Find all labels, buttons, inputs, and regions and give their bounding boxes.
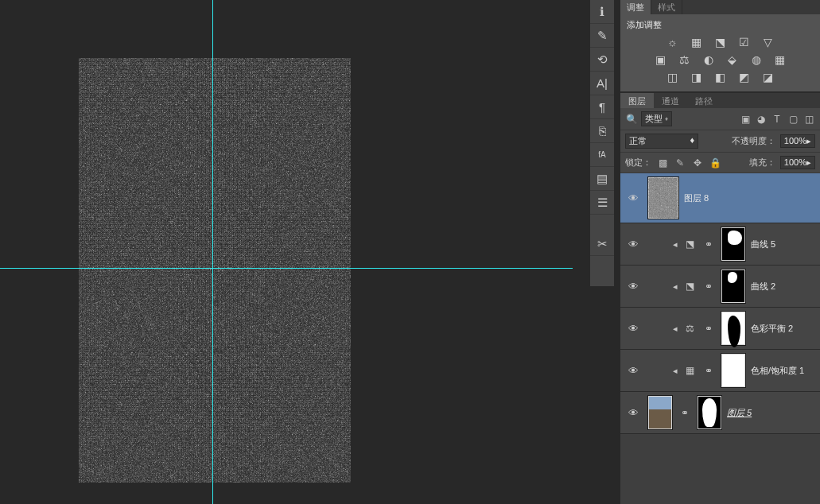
posterize-icon[interactable]: ◩ — [737, 71, 752, 83]
curves-adjustment-icon[interactable]: ⬔ — [682, 280, 697, 293]
layer-row[interactable]: 👁 图层 8 — [620, 173, 820, 223]
right-panel-stack: 调整 样式 添加调整 ☼ ▦ ⬔ ☑ ▽ ▣ ⚖ ◐ ⬙ ◍ ▦ ◫ ◨ ◧ ◩… — [620, 0, 820, 504]
visibility-icon[interactable]: 👁 — [624, 238, 643, 250]
tab-layers[interactable]: 图层 — [620, 93, 654, 108]
tab-styles[interactable]: 样式 — [651, 0, 682, 14]
cycle-icon[interactable]: ⟲ — [590, 48, 614, 72]
visibility-icon[interactable]: 👁 — [624, 365, 643, 377]
paragraph-icon[interactable]: ¶ — [590, 95, 614, 119]
document-artboard[interactable] — [79, 58, 351, 483]
layer-row[interactable]: 👁 ◂ ⬔ ⚭ 曲线 2 — [620, 266, 820, 308]
layer-row[interactable]: 👁 ⚭ 图层 5 — [620, 392, 820, 434]
layer-name[interactable]: 曲线 5 — [751, 238, 775, 250]
layer-thumbnail[interactable] — [647, 395, 673, 430]
link-icon[interactable]: ⚭ — [701, 364, 716, 377]
chevron-icon: ♦ — [665, 115, 668, 122]
guide-vertical[interactable] — [212, 0, 213, 504]
mixer-icon[interactable]: ⬙ — [725, 53, 740, 66]
layer-kind-dropdown[interactable]: 类型 ♦ — [641, 111, 672, 126]
separator — [590, 215, 614, 232]
type-icon[interactable]: A| — [590, 72, 614, 95]
collapsed-toolstrip: ℹ ✎ ⟲ A| ¶ ⎘ fA ▤ ☰ ✂ — [590, 0, 614, 286]
fill-value: 100% — [784, 157, 806, 168]
layer-name[interactable]: 色相/饱和度 1 — [751, 365, 804, 377]
filter-image-icon[interactable]: ▣ — [739, 114, 752, 125]
kind-label: 类型 — [645, 113, 663, 125]
tab-paths[interactable]: 路径 — [687, 93, 721, 108]
visibility-icon[interactable]: 👁 — [624, 192, 643, 204]
mask-thumbnail[interactable] — [721, 311, 746, 346]
balance-adjustment-icon[interactable]: ⚖ — [682, 322, 697, 335]
exposure-icon[interactable]: ☑ — [737, 36, 752, 48]
filter-shape-icon[interactable]: ▢ — [787, 114, 799, 125]
clip-icon[interactable]: ◂ — [673, 281, 678, 292]
brightness-icon[interactable]: ☼ — [666, 36, 680, 48]
layer-name[interactable]: 图层 8 — [684, 192, 709, 204]
threshold-icon[interactable]: ◪ — [761, 71, 775, 83]
lut-icon[interactable]: ◍ — [749, 53, 764, 66]
library-icon[interactable]: ☰ — [590, 191, 614, 215]
visibility-icon[interactable]: 👁 — [624, 281, 643, 293]
gradientmap-icon[interactable]: ◨ — [690, 71, 704, 83]
filter-type-icon[interactable]: T — [771, 114, 783, 125]
triangle-icon[interactable]: ▽ — [761, 36, 775, 48]
bw-icon[interactable]: ◐ — [701, 53, 716, 66]
filter-fx-icon[interactable]: ◕ — [755, 114, 768, 125]
adjustments-panel-tabs: 调整 样式 — [620, 0, 820, 14]
blend-mode-dropdown[interactable]: 正常 ♦ — [625, 134, 698, 149]
search-icon[interactable]: 🔍 — [625, 114, 638, 125]
clip-icon[interactable]: ◂ — [673, 239, 678, 250]
clip-icon[interactable]: ◂ — [673, 324, 678, 334]
huesat-icon[interactable]: ⚖ — [678, 53, 692, 66]
chevron-icon: ▸ — [806, 157, 811, 168]
notes-icon[interactable]: ▤ — [590, 167, 614, 191]
filter-smart-icon[interactable]: ◫ — [803, 114, 815, 125]
mask-thumbnail[interactable] — [697, 395, 722, 430]
lock-all-icon[interactable]: 🔒 — [709, 157, 721, 169]
ruler-icon[interactable]: ✂ — [590, 232, 614, 256]
layer-name[interactable]: 图层 5 — [727, 407, 752, 419]
link-icon[interactable]: ⚭ — [701, 238, 716, 250]
curves-icon[interactable]: ⬔ — [713, 36, 728, 48]
layer-name[interactable]: 曲线 2 — [751, 281, 775, 293]
feather-icon[interactable]: ✎ — [590, 24, 614, 48]
visibility-icon[interactable]: 👁 — [624, 407, 643, 419]
layer-row[interactable]: 👁 ◂ ⚖ ⚭ 色彩平衡 2 — [620, 308, 820, 350]
layer-row[interactable]: 👁 ◂ ⬔ ⚭ 曲线 5 — [620, 223, 820, 266]
chevron-icon: ♦ — [690, 135, 694, 147]
svg-rect-0 — [79, 58, 351, 483]
layer-row[interactable]: 👁 ◂ ▦ ⚭ 色相/饱和度 1 — [620, 350, 820, 392]
mask-thumbnail[interactable] — [721, 353, 746, 388]
selective-icon[interactable]: ◫ — [666, 71, 680, 83]
tab-channels[interactable]: 通道 — [654, 93, 687, 108]
tab-adjustments[interactable]: 调整 — [620, 0, 651, 14]
character-icon[interactable]: fA — [590, 143, 614, 167]
lock-position-icon[interactable]: ✥ — [691, 157, 704, 169]
lock-transparent-icon[interactable]: ▩ — [656, 157, 669, 169]
opacity-field[interactable]: 100% ▸ — [780, 134, 815, 148]
levels-icon[interactable]: ▦ — [690, 36, 704, 48]
fill-field[interactable]: 100% ▸ — [780, 156, 815, 169]
lock-paint-icon[interactable]: ✎ — [674, 157, 686, 169]
mask-thumbnail[interactable] — [721, 227, 746, 262]
document-canvas[interactable] — [0, 0, 573, 504]
link-icon[interactable]: ⚭ — [701, 280, 716, 293]
gradient-icon[interactable]: ◧ — [713, 71, 728, 83]
link-icon[interactable]: ⚭ — [678, 406, 692, 419]
guide-horizontal[interactable] — [0, 268, 573, 269]
layer-thumbnail[interactable] — [647, 176, 679, 219]
curves-adjustment-icon[interactable]: ⬔ — [682, 238, 697, 250]
opacity-label: 不透明度： — [732, 135, 775, 147]
link-icon[interactable]: ⚭ — [701, 322, 716, 335]
mask-thumbnail[interactable] — [721, 269, 746, 304]
attach-icon[interactable]: ⎘ — [590, 119, 614, 143]
visibility-icon[interactable]: 👁 — [624, 323, 643, 335]
colorbalance-icon[interactable]: ▣ — [654, 53, 668, 66]
huesat-adjustment-icon[interactable]: ▦ — [682, 364, 697, 377]
layer-name[interactable]: 色彩平衡 2 — [751, 323, 793, 335]
grid-icon[interactable]: ▦ — [773, 53, 787, 66]
info-icon[interactable]: ℹ — [590, 0, 614, 24]
svg-rect-1 — [648, 177, 678, 219]
clip-icon[interactable]: ◂ — [673, 366, 678, 376]
adjustments-title: 添加调整 — [627, 19, 814, 31]
